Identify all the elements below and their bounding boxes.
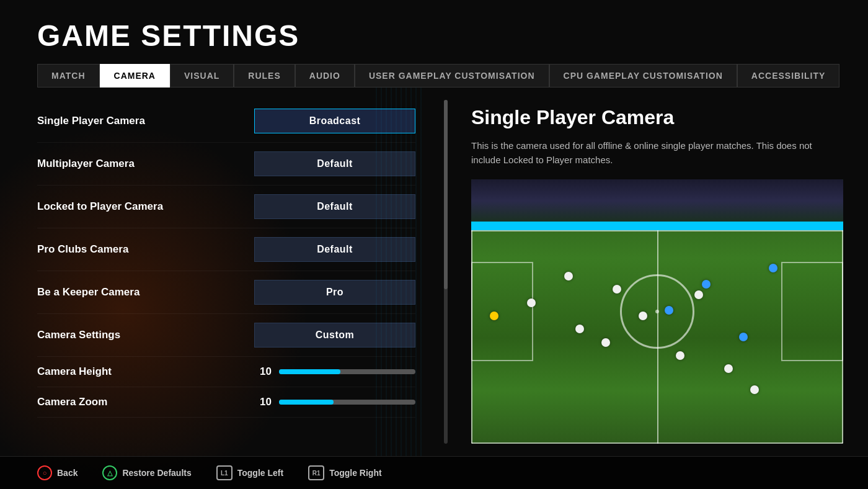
player-blue-3 xyxy=(739,333,748,341)
player-white-1 xyxy=(527,298,536,307)
slider-camera-height[interactable] xyxy=(279,369,415,374)
settings-panel: Single Player Camera Broadcast Multiplay… xyxy=(0,87,453,456)
value-camera-height: 10 xyxy=(250,366,272,378)
player-white-4 xyxy=(613,285,621,294)
tab-bar: MATCH CAMERA VISUAL RULES AUDIO USER GAM… xyxy=(37,64,831,87)
ad-board xyxy=(471,222,843,230)
toggle-right-label: Toggle Right xyxy=(329,468,382,478)
tab-match[interactable]: MATCH xyxy=(37,64,100,87)
control-keeper-camera: Pro xyxy=(254,280,415,305)
back-icon: ○ xyxy=(37,465,52,480)
setting-keeper-camera: Be a Keeper Camera Pro xyxy=(37,271,415,314)
setting-locked-player-camera: Locked to Player Camera Default xyxy=(37,186,415,228)
player-white-6 xyxy=(639,312,647,320)
l1-icon: L1 xyxy=(216,465,232,480)
dropdown-camera-settings[interactable]: Custom xyxy=(254,323,415,348)
crowd-area xyxy=(471,179,843,223)
setting-multiplayer-camera: Multiplayer Camera Default xyxy=(37,143,415,186)
dropdown-pro-clubs-camera[interactable]: Default xyxy=(254,237,415,262)
r1-icon: R1 xyxy=(308,465,324,480)
setting-camera-settings: Camera Settings Custom xyxy=(37,314,415,357)
tab-visual[interactable]: VISUAL xyxy=(170,64,234,87)
tab-rules[interactable]: RULES xyxy=(234,64,294,87)
setting-pro-clubs-camera: Pro Clubs Camera Default xyxy=(37,228,415,271)
restore-hint: △ Restore Defaults xyxy=(102,465,191,480)
back-label: Back xyxy=(57,468,78,478)
player-white-3 xyxy=(575,325,584,333)
setting-label-multiplayer-camera: Multiplayer Camera xyxy=(37,158,254,170)
control-multiplayer-camera: Default xyxy=(254,151,415,176)
player-white-5 xyxy=(601,338,610,347)
toggle-left-label: Toggle Left xyxy=(237,468,283,478)
tab-cpu-gameplay[interactable]: CPU GAMEPLAY CUSTOMISATION xyxy=(549,64,737,87)
info-panel: Single Player Camera This is the camera … xyxy=(453,87,868,456)
info-panel-description: This is the camera used for all offline … xyxy=(471,139,818,167)
setting-label-single-player-camera: Single Player Camera xyxy=(37,115,254,127)
tab-user-gameplay[interactable]: USER GAMEPLAY CUSTOMISATION xyxy=(355,64,549,87)
label-camera-height: Camera Height xyxy=(37,366,250,378)
toggle-right-hint: R1 Toggle Right xyxy=(308,465,382,480)
toggle-left-hint: L1 Toggle Left xyxy=(216,465,283,480)
football-field xyxy=(471,179,843,444)
player-blue-2 xyxy=(702,280,711,289)
setting-label-pro-clubs-camera: Pro Clubs Camera xyxy=(37,243,254,256)
content-area: Single Player Camera Broadcast Multiplay… xyxy=(0,87,868,456)
control-camera-settings: Custom xyxy=(254,323,415,348)
player-white-9 xyxy=(724,364,733,373)
control-locked-player-camera: Default xyxy=(254,194,415,219)
setting-camera-zoom: Camera Zoom 10 xyxy=(37,387,415,418)
tab-audio[interactable]: AUDIO xyxy=(295,64,355,87)
player-white-10 xyxy=(750,385,759,394)
setting-label-keeper-camera: Be a Keeper Camera xyxy=(37,286,254,298)
left-penalty-box xyxy=(471,262,533,361)
scrollbar-thumb[interactable] xyxy=(444,100,448,289)
control-pro-clubs-camera: Default xyxy=(254,237,415,262)
camera-preview xyxy=(471,179,843,444)
dropdown-multiplayer-camera[interactable]: Default xyxy=(254,151,415,176)
back-hint: ○ Back xyxy=(37,465,78,480)
setting-camera-height: Camera Height 10 xyxy=(37,357,415,387)
page-title: GAME SETTINGS xyxy=(37,19,831,53)
header: GAME SETTINGS MATCH CAMERA VISUAL RULES … xyxy=(0,0,868,87)
slider-fill-camera-height xyxy=(279,369,340,374)
bottom-bar: ○ Back △ Restore Defaults L1 Toggle Left… xyxy=(0,456,868,489)
slider-fill-camera-zoom xyxy=(279,400,334,405)
setting-single-player-camera: Single Player Camera Broadcast xyxy=(37,100,415,143)
scrollbar-track[interactable] xyxy=(444,100,448,444)
right-penalty-box xyxy=(781,262,843,361)
tab-accessibility[interactable]: ACCESSIBILITY xyxy=(737,64,840,87)
dropdown-single-player-camera[interactable]: Broadcast xyxy=(254,109,415,133)
goalkeeper xyxy=(490,312,498,320)
info-panel-title: Single Player Camera xyxy=(471,106,843,129)
setting-label-locked-player-camera: Locked to Player Camera xyxy=(37,200,254,213)
tab-camera[interactable]: CAMERA xyxy=(100,64,170,87)
control-single-player-camera: Broadcast xyxy=(254,109,415,133)
dropdown-locked-player-camera[interactable]: Default xyxy=(254,194,415,219)
restore-icon: △ xyxy=(102,465,117,480)
player-white-8 xyxy=(694,290,703,299)
slider-camera-zoom[interactable] xyxy=(279,400,415,405)
player-white-2 xyxy=(564,272,573,280)
value-camera-zoom: 10 xyxy=(250,396,272,408)
setting-label-camera-settings: Camera Settings xyxy=(37,329,254,341)
player-white-7 xyxy=(676,351,684,360)
player-blue-4 xyxy=(769,264,777,272)
center-dot xyxy=(655,310,659,313)
label-camera-zoom: Camera Zoom xyxy=(37,396,250,408)
dropdown-keeper-camera[interactable]: Pro xyxy=(254,280,415,305)
restore-label: Restore Defaults xyxy=(122,468,191,478)
